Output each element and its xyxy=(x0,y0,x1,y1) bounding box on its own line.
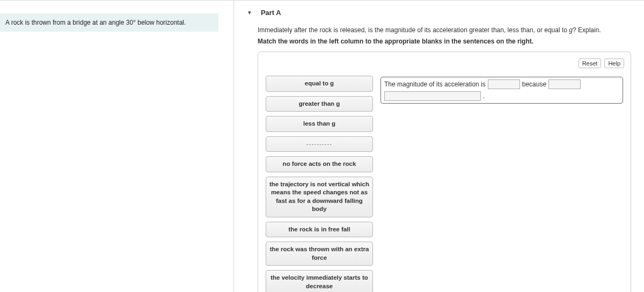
tile-extra-force[interactable]: the rock was thrown with an extra force xyxy=(266,242,373,266)
tile-label: the trajectory is not vertical which mea… xyxy=(269,181,369,213)
tile-label: less than g xyxy=(303,120,335,127)
problem-statement-column: A rock is thrown from a bridge at an ang… xyxy=(0,1,234,292)
tile-label: equal to g xyxy=(305,80,334,86)
drop-slot-3[interactable] xyxy=(384,91,481,101)
part-label: Part A xyxy=(261,9,281,17)
question-pre: Immediately after the rock is released, … xyxy=(258,26,569,34)
tile-velocity-decrease[interactable]: the velocity immediately starts to decre… xyxy=(266,270,373,292)
tile-no-force[interactable]: no force acts on the rock xyxy=(266,156,373,172)
sentence-target: The magnitude of its acceleration is bec… xyxy=(380,77,623,104)
help-button[interactable]: Help xyxy=(604,59,624,68)
question-post: ? Explain. xyxy=(573,26,601,34)
tile-label: no force acts on the rock xyxy=(283,160,356,167)
matching-panel: Reset Help equal to g greater than g les… xyxy=(258,52,631,292)
tile-trajectory-not-vertical[interactable]: the trajectory is not vertical which mea… xyxy=(266,177,373,217)
tile-blank[interactable]: ---------- xyxy=(266,136,373,152)
question-text: Immediately after the rock is released, … xyxy=(258,25,631,35)
sentence-text-2: because xyxy=(522,81,546,88)
tile-equal-to-g[interactable]: equal to g xyxy=(266,76,373,92)
sentence-text-3: . xyxy=(483,92,485,100)
tile-less-than-g[interactable]: less than g xyxy=(266,116,373,132)
source-tiles-column: equal to g greater than g less than g --… xyxy=(266,76,373,292)
collapse-caret-icon[interactable]: ▼ xyxy=(247,10,252,16)
tile-label: the rock was thrown with an extra force xyxy=(270,246,369,261)
sentence-target-column: The magnitude of its acceleration is bec… xyxy=(380,76,623,292)
sentence-text-1: The magnitude of its acceleration is xyxy=(384,81,486,88)
reset-button[interactable]: Reset xyxy=(579,59,602,68)
matching-instruction: Match the words in the left column to th… xyxy=(258,38,631,45)
tile-free-fall[interactable]: the rock is in free fall xyxy=(266,222,373,238)
problem-text: A rock is thrown from a bridge at an ang… xyxy=(5,19,186,26)
question-area: Immediately after the rock is released, … xyxy=(234,24,644,292)
part-header[interactable]: ▼ Part A xyxy=(234,1,644,24)
drop-slot-2[interactable] xyxy=(548,79,581,89)
drop-slot-1[interactable] xyxy=(488,79,520,89)
tile-greater-than-g[interactable]: greater than g xyxy=(266,96,373,112)
tile-label: ---------- xyxy=(306,141,332,147)
problem-statement: A rock is thrown from a bridge at an ang… xyxy=(0,13,218,32)
tile-label: the velocity immediately starts to decre… xyxy=(270,274,368,289)
g-variable: g xyxy=(569,26,573,34)
tile-label: the rock is in free fall xyxy=(288,226,350,232)
part-area: ▼ Part A Immediately after the rock is r… xyxy=(234,1,644,292)
tile-label: greater than g xyxy=(299,100,340,107)
